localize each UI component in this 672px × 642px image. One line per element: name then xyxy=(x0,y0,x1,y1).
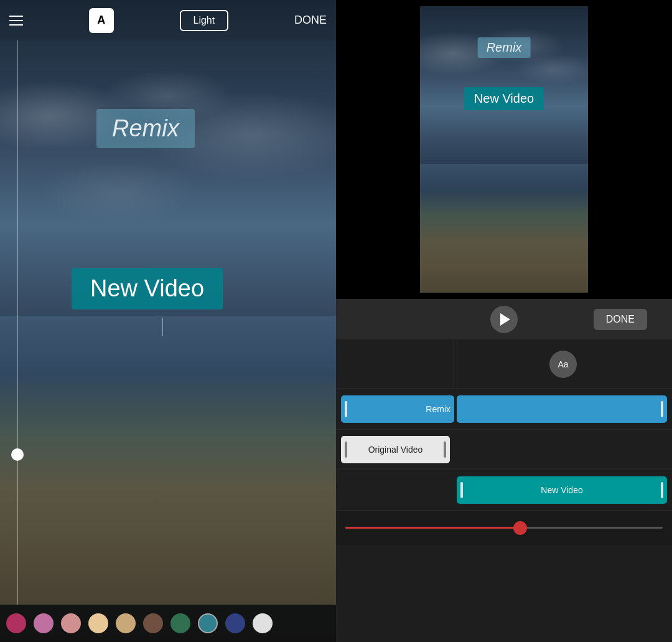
new-video-track-bar-area: New Video xyxy=(457,476,667,504)
playback-bar: DONE xyxy=(336,299,672,339)
timeline-header: Aa xyxy=(336,339,672,389)
new-video-text-overlay[interactable]: New Video xyxy=(72,268,223,309)
preview-new-video-text: New Video xyxy=(464,87,544,110)
right-preview-area: Remix New Video xyxy=(336,0,672,299)
font-button[interactable]: A xyxy=(89,8,114,33)
playhead-container xyxy=(336,511,672,545)
track-row-original: Original Video xyxy=(336,430,672,470)
track-row-new-video: New Video xyxy=(336,470,672,511)
remix-track-right-handle xyxy=(661,401,663,417)
color-swatch-tan[interactable] xyxy=(116,613,136,633)
original-track-left-handle xyxy=(345,441,347,458)
track-row-remix: Remix xyxy=(336,389,672,430)
play-icon xyxy=(500,313,510,326)
preview-frame: Remix New Video xyxy=(420,6,588,293)
color-swatch-brown[interactable] xyxy=(143,613,163,633)
left-panel: A Light DONE Remix New Video xyxy=(0,0,336,642)
playhead-fill xyxy=(345,527,520,529)
timeline-area: Aa Remix Original Video xyxy=(336,339,672,642)
hamburger-menu-icon[interactable] xyxy=(9,16,23,26)
overlay-connector-line xyxy=(162,318,163,336)
preview-cloud-layer xyxy=(420,6,588,164)
original-track-area: Original Video xyxy=(341,436,454,463)
left-toolbar: A Light DONE xyxy=(0,0,336,40)
timeline-right-header: Aa xyxy=(454,339,672,389)
play-button[interactable] xyxy=(490,306,518,333)
right-done-button[interactable]: DONE xyxy=(594,309,647,330)
preview-beach-layer xyxy=(420,164,588,293)
new-video-track-left-handle xyxy=(460,482,463,498)
original-track-right-handle xyxy=(444,441,446,458)
remix-track-right-bar[interactable] xyxy=(457,395,667,423)
color-swatch-green[interactable] xyxy=(170,613,190,633)
left-done-button[interactable]: DONE xyxy=(294,14,327,27)
right-panel: Remix New Video DONE Aa Remix xyxy=(336,0,672,642)
color-swatch-teal[interactable] xyxy=(198,613,218,633)
new-video-track-right-handle xyxy=(661,482,663,498)
original-track-bar[interactable]: Original Video xyxy=(341,436,450,463)
remix-track-bar-area xyxy=(457,395,667,423)
color-swatch-salmon[interactable] xyxy=(61,613,81,633)
vertical-timeline-line xyxy=(17,40,18,605)
color-swatch-pink[interactable] xyxy=(34,613,54,633)
original-track-label: Original Video xyxy=(368,445,423,455)
beach-layer xyxy=(0,316,336,605)
text-style-button[interactable]: Aa xyxy=(549,351,577,378)
color-palette xyxy=(0,605,336,642)
remix-track-label: Remix xyxy=(426,404,450,414)
light-style-button[interactable]: Light xyxy=(180,10,229,31)
color-swatch-peach[interactable] xyxy=(88,613,108,633)
preview-remix-text: Remix xyxy=(478,37,531,58)
new-video-track-bar[interactable]: New Video xyxy=(457,476,667,504)
new-video-track-label: New Video xyxy=(541,485,582,495)
remix-text-overlay[interactable]: Remix xyxy=(96,109,195,148)
color-swatch-red[interactable] xyxy=(6,613,26,633)
remix-track-left-bar[interactable]: Remix xyxy=(341,395,454,423)
color-swatch-navy[interactable] xyxy=(225,613,245,633)
playhead-thumb[interactable] xyxy=(513,521,527,535)
timeline-position-dot[interactable] xyxy=(11,448,24,461)
timeline-left-header xyxy=(336,339,454,389)
remix-track-label-area: Remix xyxy=(341,395,454,423)
remix-track-left-handle xyxy=(345,401,347,417)
playhead-track[interactable] xyxy=(345,527,663,529)
color-swatch-white[interactable] xyxy=(253,613,273,633)
